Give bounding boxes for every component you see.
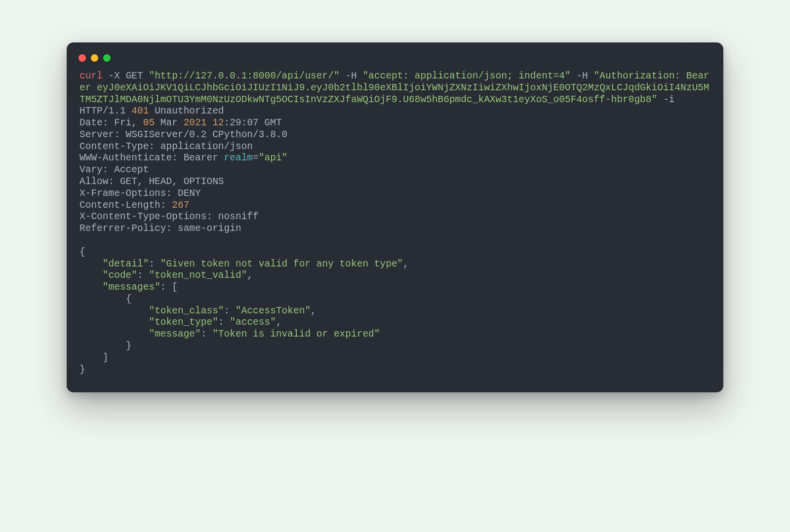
status-proto: HTTP/1.1 bbox=[79, 106, 131, 116]
h-flag-1: -H bbox=[345, 71, 356, 81]
curl-command: curl bbox=[79, 71, 103, 81]
json-key-code: "code" bbox=[103, 270, 137, 281]
x-flag: -X bbox=[109, 71, 120, 81]
json-inner-brace-close: } bbox=[79, 341, 131, 351]
json-key-message: "message" bbox=[149, 329, 200, 340]
date-mid: Mar bbox=[155, 117, 184, 128]
json-array-close: ] bbox=[79, 352, 109, 363]
status-code: 401 bbox=[131, 106, 149, 116]
x-content-type-options-header: X-Content-Type-Options: nosniff bbox=[79, 211, 259, 222]
json-val-token-type: "access" bbox=[230, 317, 276, 328]
json-val-message: "Token is invalid or expired" bbox=[212, 329, 380, 340]
json-brace-open: { bbox=[79, 247, 85, 258]
json-brace-close: } bbox=[79, 364, 85, 375]
date-year: 2021 bbox=[184, 117, 207, 128]
window-minimize-icon[interactable] bbox=[91, 54, 98, 62]
window-close-icon[interactable] bbox=[79, 54, 86, 62]
content-length-prefix: Content-Length: bbox=[79, 200, 172, 211]
referrer-policy-header: Referrer-Policy: same-origin bbox=[79, 223, 241, 234]
date-rest: :29:07 GMT bbox=[224, 117, 282, 128]
json-inner-brace-open: { bbox=[79, 294, 131, 304]
h-flag-2: -H bbox=[576, 71, 588, 81]
json-key-token-class: "token_class" bbox=[149, 305, 224, 316]
json-val-detail: "Given token not valid for any token typ… bbox=[160, 259, 403, 269]
json-key-detail: "detail" bbox=[103, 259, 149, 269]
json-key-messages: "messages" bbox=[103, 282, 160, 293]
window-controls bbox=[78, 53, 712, 71]
allow-header: Allow: GET, HEAD, OPTIONS bbox=[79, 176, 224, 187]
terminal-output: curl -X GET "http://127.0.0.1:8000/api/u… bbox=[78, 71, 712, 376]
www-auth-prefix: WWW-Authenticate: Bearer bbox=[79, 152, 224, 163]
json-val-token-class: "AccessToken" bbox=[236, 305, 311, 316]
json-key-token-type: "token_type" bbox=[149, 317, 218, 328]
json-val-code: "token_not_valid" bbox=[149, 270, 247, 281]
stage: curl -X GET "http://127.0.0.1:8000/api/u… bbox=[0, 0, 790, 532]
date-day: 05 bbox=[143, 117, 155, 128]
www-auth-eq: = bbox=[253, 152, 259, 163]
date-sp bbox=[206, 117, 212, 128]
accept-header: "accept: application/json; indent=4" bbox=[362, 71, 570, 81]
vary-header: Vary: Accept bbox=[79, 164, 149, 175]
terminal-window: curl -X GET "http://127.0.0.1:8000/api/u… bbox=[67, 42, 723, 392]
window-zoom-icon[interactable] bbox=[103, 54, 111, 62]
i-flag: -i bbox=[663, 94, 674, 105]
request-url: "http://127.0.0.1:8000/api/user/" bbox=[149, 71, 339, 81]
server-header: Server: WSGIServer/0.2 CPython/3.8.0 bbox=[79, 129, 287, 140]
content-type-header: Content-Type: application/json bbox=[79, 141, 253, 152]
www-auth-realm-val: "api" bbox=[259, 152, 288, 163]
status-text: Unauthorized bbox=[149, 106, 224, 116]
date-prefix: Date: Fri, bbox=[79, 117, 143, 128]
content-length-value: 267 bbox=[172, 200, 189, 211]
date-hour: 12 bbox=[212, 117, 224, 128]
http-method: GET bbox=[126, 71, 143, 81]
x-frame-options-header: X-Frame-Options: DENY bbox=[79, 188, 201, 199]
www-auth-realm-key: realm bbox=[224, 152, 253, 163]
